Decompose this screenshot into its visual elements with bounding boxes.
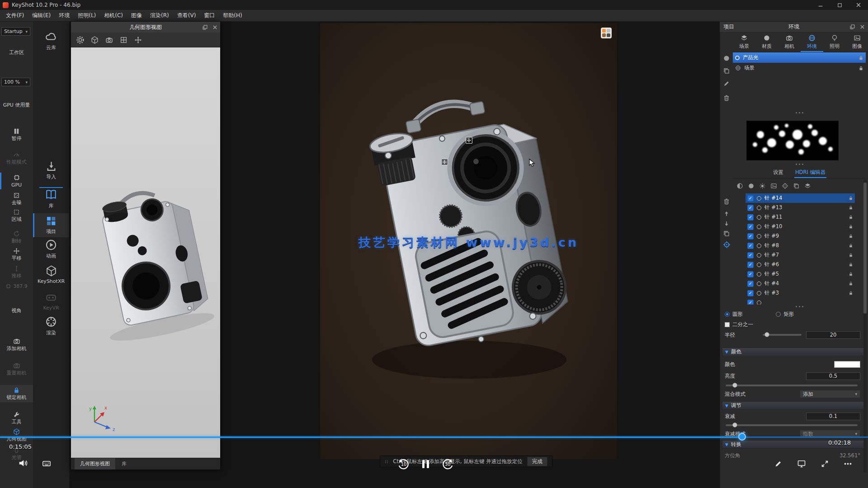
sun-icon[interactable] (759, 183, 766, 189)
toolbar-tools[interactable]: 工具 (0, 411, 33, 425)
toolbar-tumble[interactable]: 翻转 (0, 230, 33, 244)
close-icon[interactable] (859, 24, 865, 30)
toolbar-dolly[interactable]: 推移 (0, 265, 33, 279)
dock-cloud-library[interactable]: 云库 (33, 31, 69, 51)
pin-row[interactable]: ✓针 #8 (745, 241, 855, 250)
close-icon[interactable] (212, 24, 218, 30)
layers-icon[interactable] (804, 183, 811, 189)
move-pin-tool-icon[interactable] (723, 241, 731, 249)
float-window-icon[interactable] (849, 24, 855, 30)
lock-icon[interactable] (849, 224, 853, 229)
tab-settings[interactable]: 设置 (772, 168, 784, 178)
slider-handle[interactable] (732, 422, 737, 427)
tab-hdri-editor[interactable]: HDRI 编辑器 (794, 168, 826, 178)
gradient-icon[interactable] (748, 183, 755, 189)
lock-icon[interactable] (849, 234, 853, 239)
dock-keyvr[interactable]: KeyVR (33, 291, 69, 311)
toolbar-performance-mode[interactable]: 性能模式 (0, 151, 33, 165)
duplicate-pin-icon[interactable] (723, 230, 730, 237)
pin-checkbox[interactable]: ✓ (747, 195, 754, 202)
azimuth-value[interactable]: 32.561° (840, 452, 860, 459)
pin-row[interactable]: ✓针 #14 (745, 193, 855, 203)
lock-icon[interactable] (849, 272, 853, 277)
move-down-icon[interactable] (723, 220, 730, 227)
edit-environment-icon[interactable] (723, 80, 730, 87)
pin-row[interactable]: ✓针 #10 (745, 222, 855, 231)
slider-handle[interactable] (764, 332, 769, 337)
toolbar-lock-camera[interactable]: 锁定相机 (0, 385, 33, 402)
blend-mode-select[interactable]: 添加▾ (800, 390, 860, 398)
color-section-header[interactable]: ▼ 颜色 (722, 347, 864, 356)
viewport-hud-icon[interactable] (601, 28, 612, 38)
radius-value[interactable]: 20 (806, 331, 860, 339)
radio-circle[interactable] (725, 312, 730, 317)
pin-row[interactable]: ✓针 #9 (745, 231, 855, 241)
slider-handle[interactable] (732, 383, 737, 388)
pin-checkbox[interactable]: ✓ (747, 271, 754, 277)
add-environment-icon[interactable] (723, 55, 730, 62)
pin-row[interactable]: ✓针 #5 (745, 269, 855, 279)
tab-lighting[interactable]: 照明 (823, 32, 846, 52)
pin-row[interactable]: ✓针 #4 (745, 279, 855, 288)
dock-render[interactable]: 渲染 (33, 316, 69, 336)
image-pin-icon[interactable] (770, 183, 777, 189)
duplicate-environment-icon[interactable] (723, 67, 730, 75)
geometry-viewport[interactable]: y x z (71, 47, 220, 458)
pin-checkbox[interactable]: ✓ (747, 281, 754, 287)
menu-file[interactable]: 文件(F) (2, 10, 28, 21)
toolbar-pause[interactable]: 暂停 (0, 128, 33, 141)
toolbar-geometry-view[interactable]: 几何视图 (0, 428, 33, 442)
tab-image[interactable]: 图像 (846, 32, 868, 52)
adjust-section-header[interactable]: ▼ 调节 (722, 401, 864, 410)
transform-section-header[interactable]: ▼ 转换 (722, 440, 864, 449)
tab-material[interactable]: 材质 (755, 32, 778, 52)
scrollbar[interactable] (863, 180, 867, 473)
pin-row[interactable]: ✓针 #6 (745, 260, 855, 269)
pin-checkbox[interactable]: ✓ (747, 243, 754, 249)
realtime-render-viewport[interactable]: 技艺学习素材网 www.jy3d.cn ✛ ✛ (320, 23, 617, 459)
falloff-slider[interactable] (726, 424, 858, 426)
radio-rectangle[interactable] (776, 312, 781, 317)
cube-icon[interactable] (91, 36, 99, 44)
brightness-slider[interactable] (726, 385, 858, 386)
hdri-preview[interactable] (746, 121, 839, 160)
lock-icon[interactable] (849, 196, 853, 201)
move-up-icon[interactable] (723, 210, 730, 217)
gear-icon[interactable] (76, 36, 84, 44)
pin-row[interactable]: ✓针 #3 (745, 288, 855, 298)
close-button[interactable] (849, 0, 868, 10)
toolbar-gpu[interactable]: GPU (0, 174, 33, 188)
dock-animation[interactable]: 动画 (33, 239, 69, 259)
falloff-mode-select[interactable]: 指数▾ (800, 430, 860, 438)
camera-icon[interactable] (105, 36, 113, 44)
menu-camera[interactable]: 相机(C) (100, 10, 127, 21)
pin-checkbox[interactable]: ✓ (747, 290, 754, 296)
environment-row-product-light[interactable]: 产品光 (733, 52, 866, 63)
geometry-panel-titlebar[interactable]: 几何图形视图 (71, 22, 220, 33)
toolbar-reset-camera[interactable]: 重置相机 (0, 362, 33, 376)
pin-checkbox[interactable]: ✓ (747, 262, 754, 268)
tab-scene[interactable]: 场景 (733, 32, 755, 52)
dock-project[interactable]: 项目 (33, 213, 69, 237)
toolbar-pan[interactable]: 平移 (0, 248, 33, 261)
lock-icon[interactable] (859, 55, 863, 61)
maximize-button[interactable] (830, 0, 849, 10)
menu-edit[interactable]: 编辑(E) (28, 10, 55, 21)
delete-pin-icon[interactable] (723, 198, 730, 205)
menu-environment[interactable]: 环境 (55, 10, 74, 21)
delete-environment-icon[interactable] (723, 94, 730, 102)
tab-geometry-view[interactable]: 几何图形视图 (75, 458, 115, 469)
pin-row[interactable]: ✓针 #13 (745, 203, 855, 212)
divider-dots[interactable] (733, 112, 866, 113)
menu-lighting[interactable]: 照明(L) (74, 10, 100, 21)
copy-pin-icon[interactable] (793, 183, 800, 189)
pan-tool-icon[interactable] (134, 36, 142, 44)
grid-icon[interactable] (120, 36, 127, 44)
pin-marker[interactable]: ✛ (466, 137, 472, 144)
menu-view[interactable]: 查看(V) (173, 10, 200, 21)
pin-row[interactable]: ✓针 #7 (745, 250, 855, 260)
toolbar-add-camera[interactable]: 添加相机 (0, 338, 33, 352)
half-checkbox[interactable] (725, 322, 730, 327)
divider-dots[interactable] (733, 306, 866, 307)
pin-marker[interactable]: ✛ (441, 159, 448, 165)
